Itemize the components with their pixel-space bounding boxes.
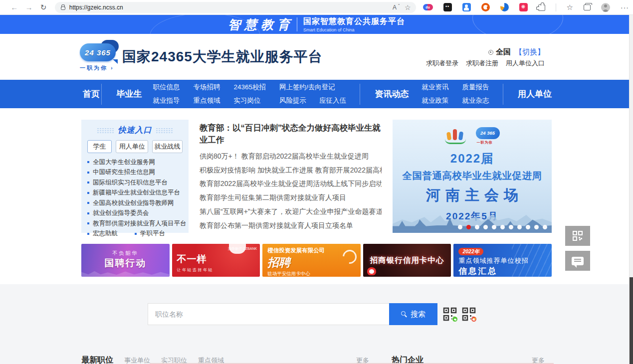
jobseeker-register-link[interactable]: 求职者注册 <box>466 59 498 68</box>
nav-24365-campus[interactable]: 24365校招 <box>234 83 266 92</box>
carousel-line2: 全国普通高校毕业生就业促进周 <box>393 169 552 182</box>
nav-employment-news[interactable]: 就业资讯 <box>422 83 449 92</box>
jobseeker-login-link[interactable]: 求职者登录 <box>426 59 458 68</box>
nav-news[interactable]: 资讯动态 <box>375 88 409 100</box>
news-item[interactable]: 供岗80万+！ 教育部启动2022届高校毕业生就业促进周 <box>200 150 382 164</box>
scrollbar-thumb[interactable] <box>630 277 633 364</box>
add-favorite-icon[interactable]: ☆ <box>405 3 411 11</box>
quick-link[interactable]: 全国高校就业创业指导教师网 <box>87 198 183 208</box>
browser-menu-icon[interactable]: ··· <box>621 3 629 11</box>
quick-link[interactable]: 学职平台 <box>135 229 165 238</box>
nav-quality-report[interactable]: 质量报告 <box>462 83 489 92</box>
nav-home[interactable]: 首页 <box>81 88 101 100</box>
weibo-qr-code[interactable] <box>462 307 476 321</box>
carousel-dot[interactable] <box>492 225 496 229</box>
news-item[interactable]: 教育部2022届高校毕业生就业促进周活动线上线下同步启动 <box>200 177 382 191</box>
logo-slogan: 一职为你 › <box>80 64 120 72</box>
carousel-dot[interactable] <box>509 225 513 229</box>
favorites-icon[interactable]: ☆ <box>567 3 573 12</box>
quick-tab-students[interactable]: 学生 <box>87 140 112 153</box>
site-logo[interactable]: 24 365 一职为你 › <box>80 40 120 72</box>
news-item[interactable]: 积极应对疫情影响 加快就业工作进展 教育部开展2022届高校... <box>200 164 382 178</box>
quick-tab-employment-front[interactable]: 就业战线 <box>152 140 183 153</box>
extensions-puzzle-icon[interactable] <box>538 4 545 11</box>
carousel-dot[interactable] <box>534 225 539 229</box>
quick-link[interactable]: 新疆籍毕业生就业创业信息平台 <box>87 188 183 198</box>
ad-czbank[interactable]: 浙商银行 CZBANK 不一样 让年轻选择年轻 <box>172 244 260 277</box>
forward-icon[interactable]: → <box>21 3 36 11</box>
quick-link[interactable]: 中国研究生招生信息网 <box>87 168 183 178</box>
qr-icon <box>572 230 583 241</box>
site-header: 24 365 一职为你 › 国家24365大学生就业服务平台 全国 【切换】 求… <box>0 34 633 80</box>
nav-employment-policy[interactable]: 就业政策 <box>422 96 449 105</box>
job-search-input[interactable] <box>148 303 389 325</box>
nav-job-info[interactable]: 职位信息 <box>153 83 180 92</box>
nav-internships[interactable]: 实习岗位 <box>234 96 266 105</box>
pink-extension-icon[interactable]: ❋ <box>519 3 528 11</box>
ad-key-fields-summary[interactable]: 2022年 重点领域推荐单位校招 信息汇总 <box>453 244 552 277</box>
quick-tab-employers[interactable]: 用人单位 <box>116 140 148 153</box>
search-section: 搜索 最新职位 事业单位 实习职位 重点领域 更多 <box>0 284 633 364</box>
carousel-dot[interactable] <box>458 225 462 229</box>
profile-avatar[interactable] <box>601 3 610 12</box>
nav-graduates[interactable]: 毕业生 <box>117 88 142 100</box>
quick-link[interactable]: 宏志助航 <box>87 229 118 238</box>
bullet-icon <box>87 222 89 224</box>
bullet-icon <box>87 212 89 214</box>
news-item[interactable]: 教育部学生司征集第二期供需对接就业育人项目 <box>200 191 382 205</box>
address-bar[interactable]: https://gzeic.ncss.cn A ☆ <box>55 2 416 13</box>
news-headline[interactable]: 教育部：以“百日冲刺”状态全力做好高校毕业生就业工作 <box>200 122 382 146</box>
orange-extension-icon[interactable] <box>481 3 490 11</box>
smart-education-banner[interactable]: 智慧教育 国家智慧教育公共服务平台 Smart Education of Chi… <box>0 15 633 34</box>
blue-extension-icon[interactable] <box>462 3 471 11</box>
carousel-dot[interactable] <box>500 225 505 229</box>
search-button[interactable]: 搜索 <box>389 303 437 325</box>
nav-key-fields[interactable]: 重点领域 <box>194 96 220 105</box>
promo-carousel[interactable]: 24 365 一职为你 2022届 全国普通高校毕业生就业促进周 河南主会场 2… <box>393 120 552 233</box>
nav-special-recruitment[interactable]: 专场招聘 <box>194 83 220 92</box>
ad-chengxin-recruit[interactable]: 橙信投资发展有限公司 招聘 驻场平安信用卡中心 <box>262 244 361 277</box>
wechat-icon <box>452 316 458 322</box>
ad-banner-row: 不负韶华 国聘行动 浙商银行 CZBANK 不一样 让年轻选择年轻 橙信投资发展… <box>81 244 552 277</box>
carousel-dot[interactable] <box>475 225 479 229</box>
carousel-dot[interactable] <box>517 225 522 229</box>
nav-military-enlistment[interactable]: 应征入伍 <box>319 96 346 105</box>
baidu-extension-icon[interactable]: du <box>423 4 433 10</box>
region-switch-link[interactable]: 【切换】 <box>515 47 545 57</box>
nav-employers[interactable]: 用人单位 <box>518 88 552 100</box>
ad-cmb-credit-card[interactable]: 招商银行信用卡中心 <box>363 244 451 277</box>
nav-career-guidance[interactable]: 就业指导 <box>153 96 180 105</box>
carousel-dot[interactable] <box>526 225 530 229</box>
reload-icon[interactable]: ↻ <box>36 3 51 12</box>
page-scrollbar[interactable] <box>629 15 633 364</box>
read-aloud-icon[interactable]: A <box>393 4 397 11</box>
quick-link[interactable]: 国际组织实习任职信息平台 <box>87 178 183 188</box>
chat-float-button[interactable] <box>565 251 590 271</box>
nav-risk-warning[interactable]: 风险提示 <box>279 96 306 105</box>
url-text[interactable]: https://gzeic.ncss.cn <box>69 4 123 11</box>
tab-public-institutions[interactable]: 事业单位 <box>124 356 150 364</box>
news-item[interactable]: 第八届“互联网+”大赛来了，欢迎广大企业申报产业命题赛道！ <box>200 205 382 219</box>
bullet-icon <box>87 192 89 194</box>
employer-entry-link[interactable]: 用人单位入口 <box>506 59 545 68</box>
ad-guopin-action[interactable]: 不负韶华 国聘行动 <box>81 244 170 277</box>
carousel-dot[interactable] <box>483 225 488 229</box>
nav-employment-magazine[interactable]: 就业杂志 <box>462 96 489 105</box>
quick-link[interactable]: 教育部供需对接就业育人项目平台 <box>87 218 183 229</box>
back-icon[interactable]: ← <box>7 3 21 11</box>
qr-float-button[interactable] <box>565 226 590 246</box>
news-column: 教育部：以“百日冲刺”状态全力做好高校毕业生就业工作 供岗80万+！ 教育部启动… <box>200 120 382 233</box>
quick-link[interactable]: 全国大学生创业服务网 <box>87 157 183 168</box>
wechat-qr-code[interactable] <box>443 307 457 321</box>
nav-online-signing[interactable]: 网上签约/去向登记 <box>279 83 346 92</box>
quick-entry-panel: 快速入口 学生 用人单位 就业战线 全国大学生创业服务网 中国研究生招生信息网 … <box>81 120 189 233</box>
collections-icon[interactable] <box>584 4 591 10</box>
black-extension-icon[interactable]: •• <box>443 3 452 11</box>
carousel-dot-active[interactable] <box>466 225 471 229</box>
news-item[interactable]: 教育部公布第一期供需对接就业育人项目立项名单 <box>200 219 382 233</box>
browser-logo-extension-icon[interactable] <box>500 3 509 11</box>
carousel-dot[interactable] <box>543 225 547 229</box>
quick-link[interactable]: 就业创业指导委员会 <box>87 208 183 219</box>
latest-jobs-title[interactable]: 最新职位 <box>81 355 113 364</box>
toolbar-divider <box>556 3 556 11</box>
